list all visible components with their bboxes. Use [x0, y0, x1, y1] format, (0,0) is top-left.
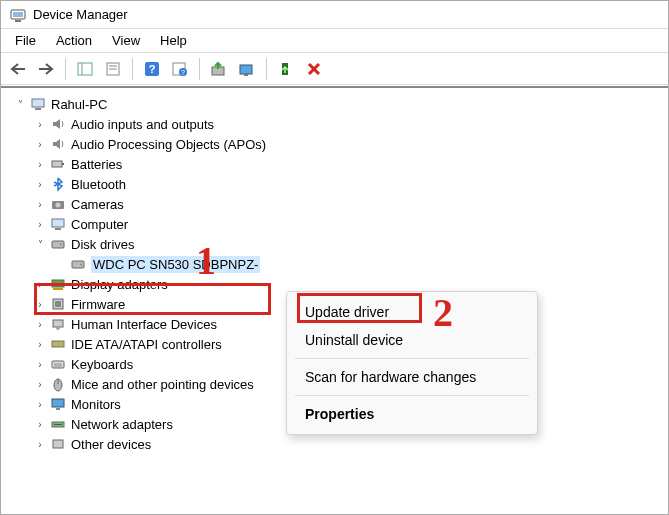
- svg-rect-1: [13, 12, 23, 17]
- collapse-icon[interactable]: ˅: [33, 239, 47, 250]
- svg-rect-29: [52, 280, 64, 287]
- collapse-icon[interactable]: ˅: [13, 99, 27, 110]
- tree-item-label: IDE ATA/ATAPI controllers: [71, 337, 222, 352]
- svg-rect-25: [52, 241, 64, 248]
- svg-rect-30: [53, 288, 63, 290]
- tree-item-label: Audio Processing Objects (APOs): [71, 137, 266, 152]
- tree-item-audio-inputs[interactable]: › Audio inputs and outputs: [1, 114, 668, 134]
- tree-item-batteries[interactable]: › Batteries: [1, 154, 668, 174]
- tree-item-label: Computer: [71, 217, 128, 232]
- enable-device-icon[interactable]: [273, 56, 299, 82]
- svg-rect-19: [52, 161, 62, 167]
- expand-icon[interactable]: ›: [33, 159, 47, 170]
- tree-item-label: Display adapters: [71, 277, 168, 292]
- tree-item-wdc-drive[interactable]: · WDC PC SN530 SDBPNPZ-: [1, 254, 668, 274]
- ctx-update-driver[interactable]: Update driver: [287, 298, 537, 326]
- svg-point-26: [60, 244, 62, 246]
- svg-rect-18: [35, 108, 41, 110]
- tree-item-label: Network adapters: [71, 417, 173, 432]
- expand-icon[interactable]: ›: [33, 219, 47, 230]
- context-menu: Update driver Uninstall device Scan for …: [286, 291, 538, 435]
- show-hide-tree-icon[interactable]: [72, 56, 98, 82]
- tree-item-label: Disk drives: [71, 237, 135, 252]
- menu-view[interactable]: View: [102, 31, 150, 50]
- ctx-scan-hardware[interactable]: Scan for hardware changes: [287, 363, 537, 391]
- ctx-separator: [295, 395, 529, 396]
- mouse-icon: [49, 375, 67, 393]
- svg-rect-15: [244, 74, 248, 76]
- svg-rect-3: [78, 63, 92, 75]
- tree-item-computer[interactable]: › Computer: [1, 214, 668, 234]
- svg-rect-45: [53, 440, 63, 448]
- tree-item-apos[interactable]: › Audio Processing Objects (APOs): [1, 134, 668, 154]
- svg-rect-32: [55, 301, 61, 307]
- expand-icon[interactable]: ›: [33, 359, 47, 370]
- tree-item-other[interactable]: › Other devices: [1, 434, 668, 454]
- window-title: Device Manager: [33, 7, 128, 22]
- tree-item-cameras[interactable]: › Cameras: [1, 194, 668, 214]
- ctx-properties[interactable]: Properties: [287, 400, 537, 428]
- tree-item-label: Keyboards: [71, 357, 133, 372]
- menubar: File Action View Help: [1, 29, 668, 53]
- tree-item-label: Human Interface Devices: [71, 317, 217, 332]
- menu-file[interactable]: File: [5, 31, 46, 50]
- tree-item-bluetooth[interactable]: › Bluetooth: [1, 174, 668, 194]
- hid-icon: [49, 315, 67, 333]
- forward-icon[interactable]: [33, 56, 59, 82]
- firmware-icon: [49, 295, 67, 313]
- menu-action[interactable]: Action: [46, 31, 102, 50]
- svg-text:?: ?: [181, 69, 185, 76]
- speaker-icon: [49, 135, 67, 153]
- expand-icon[interactable]: ›: [33, 199, 47, 210]
- speaker-icon: [49, 115, 67, 133]
- network-icon: [49, 415, 67, 433]
- properties-sheet-icon[interactable]: [100, 56, 126, 82]
- svg-point-34: [56, 326, 60, 330]
- svg-rect-14: [240, 65, 252, 74]
- svg-point-22: [56, 203, 61, 208]
- help-icon[interactable]: ?: [139, 56, 165, 82]
- tree-item-label: Batteries: [71, 157, 122, 172]
- svg-rect-23: [52, 219, 64, 227]
- back-icon[interactable]: [5, 56, 31, 82]
- toolbar: ? ?: [1, 53, 668, 85]
- svg-rect-42: [56, 408, 60, 410]
- uninstall-x-icon[interactable]: [301, 56, 327, 82]
- ctx-uninstall-device[interactable]: Uninstall device: [287, 326, 537, 354]
- expand-icon[interactable]: ›: [33, 379, 47, 390]
- expand-icon[interactable]: ›: [33, 439, 47, 450]
- tree-root[interactable]: ˅ Rahul-PC: [1, 94, 668, 114]
- tree-item-label: WDC PC SN530 SDBPNPZ-: [91, 256, 260, 273]
- svg-rect-35: [52, 341, 64, 347]
- keyboard-icon: [49, 355, 67, 373]
- expand-icon[interactable]: ›: [33, 419, 47, 430]
- svg-rect-20: [62, 163, 64, 165]
- expand-icon[interactable]: ›: [33, 119, 47, 130]
- bluetooth-icon: [49, 175, 67, 193]
- tree-item-label: Audio inputs and outputs: [71, 117, 214, 132]
- svg-rect-2: [15, 20, 21, 22]
- display-icon: [49, 275, 67, 293]
- tree-item-label: Bluetooth: [71, 177, 126, 192]
- tree-item-disk-drives[interactable]: ˅ Disk drives: [1, 234, 668, 254]
- svg-point-28: [80, 264, 82, 266]
- tree-item-label: Other devices: [71, 437, 151, 452]
- expand-icon[interactable]: ›: [33, 179, 47, 190]
- update-driver-toolbar-icon[interactable]: [206, 56, 232, 82]
- expand-icon[interactable]: ›: [33, 279, 47, 290]
- ctx-separator: [295, 358, 529, 359]
- svg-text:?: ?: [149, 63, 156, 75]
- disk-icon: [69, 255, 87, 273]
- computer-icon: [29, 95, 47, 113]
- battery-icon: [49, 155, 67, 173]
- expand-icon[interactable]: ›: [33, 399, 47, 410]
- menu-help[interactable]: Help: [150, 31, 197, 50]
- scan-hardware-icon[interactable]: [234, 56, 260, 82]
- tree-item-label: Cameras: [71, 197, 124, 212]
- expand-icon[interactable]: ›: [33, 319, 47, 330]
- expand-icon[interactable]: ›: [33, 139, 47, 150]
- expand-icon[interactable]: ›: [33, 339, 47, 350]
- camera-icon: [49, 195, 67, 213]
- expand-icon[interactable]: ›: [33, 299, 47, 310]
- help-topic-icon[interactable]: ?: [167, 56, 193, 82]
